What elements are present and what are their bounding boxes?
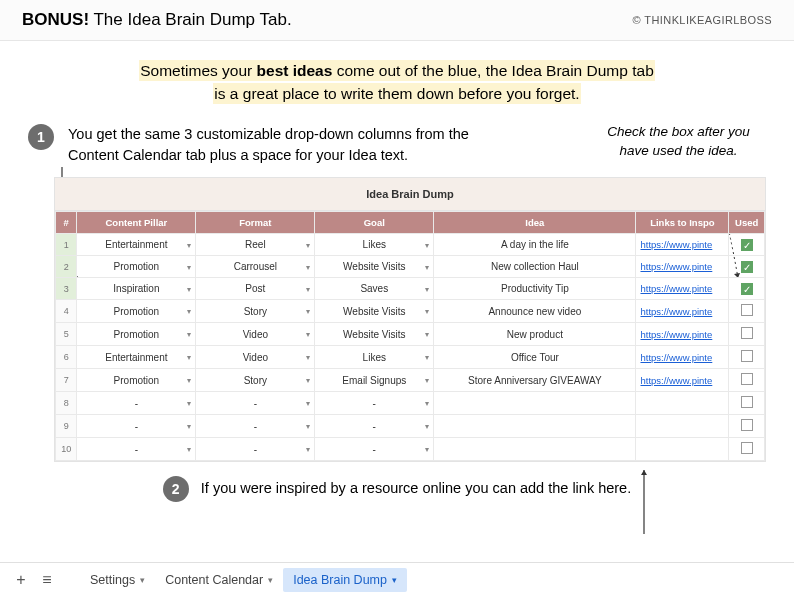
goal-cell[interactable]: Likes▾ <box>315 234 434 256</box>
idea-cell[interactable]: New collection Haul <box>434 256 636 278</box>
used-cell[interactable] <box>729 392 765 415</box>
col-pillar[interactable]: Content Pillar <box>77 212 196 234</box>
format-cell[interactable]: Story▾ <box>196 369 315 392</box>
goal-cell[interactable]: Likes▾ <box>315 346 434 369</box>
inspo-link[interactable]: https://www.pinte <box>640 352 724 363</box>
idea-cell[interactable] <box>434 392 636 415</box>
tab-idea-brain-dump[interactable]: Idea Brain Dump▾ <box>283 568 407 592</box>
chevron-down-icon[interactable]: ▾ <box>187 330 191 339</box>
pillar-cell[interactable]: Promotion▾ <box>77 369 196 392</box>
chevron-down-icon[interactable]: ▾ <box>425 376 429 385</box>
link-cell[interactable]: https://www.pinte <box>636 234 729 256</box>
used-checkbox[interactable] <box>741 442 753 454</box>
col-links[interactable]: Links to Inspo <box>636 212 729 234</box>
chevron-down-icon[interactable]: ▾ <box>187 240 191 249</box>
goal-cell[interactable]: -▾ <box>315 392 434 415</box>
idea-cell[interactable] <box>434 415 636 438</box>
chevron-down-icon[interactable]: ▾ <box>425 240 429 249</box>
link-cell[interactable]: https://www.pinte <box>636 278 729 300</box>
chevron-down-icon[interactable]: ▾ <box>306 376 310 385</box>
idea-cell[interactable]: Store Anniversary GIVEAWAY <box>434 369 636 392</box>
chevron-down-icon[interactable]: ▾ <box>425 262 429 271</box>
inspo-link[interactable]: https://www.pinte <box>640 375 724 386</box>
used-cell[interactable]: ✓ <box>729 234 765 256</box>
col-goal[interactable]: Goal <box>315 212 434 234</box>
link-cell[interactable] <box>636 438 729 461</box>
pillar-cell[interactable]: Promotion▾ <box>77 300 196 323</box>
chevron-down-icon[interactable]: ▾ <box>187 422 191 431</box>
chevron-down-icon[interactable]: ▾ <box>425 330 429 339</box>
format-cell[interactable]: -▾ <box>196 392 315 415</box>
pillar-cell[interactable]: -▾ <box>77 438 196 461</box>
inspo-link[interactable]: https://www.pinte <box>640 239 724 250</box>
tab-settings[interactable]: Settings▾ <box>80 568 155 592</box>
link-cell[interactable]: https://www.pinte <box>636 300 729 323</box>
chevron-down-icon[interactable]: ▾ <box>187 307 191 316</box>
link-cell[interactable] <box>636 392 729 415</box>
inspo-link[interactable]: https://www.pinte <box>640 329 724 340</box>
chevron-down-icon[interactable]: ▾ <box>306 399 310 408</box>
idea-cell[interactable]: Office Tour <box>434 346 636 369</box>
used-checkbox[interactable] <box>741 304 753 316</box>
used-checkbox[interactable] <box>741 327 753 339</box>
pillar-cell[interactable]: -▾ <box>77 392 196 415</box>
chevron-down-icon[interactable]: ▾ <box>425 422 429 431</box>
used-checkbox[interactable] <box>741 373 753 385</box>
goal-cell[interactable]: Email Signups▾ <box>315 369 434 392</box>
add-sheet-icon[interactable]: + <box>10 571 32 589</box>
link-cell[interactable] <box>636 415 729 438</box>
format-cell[interactable]: Carrousel▾ <box>196 256 315 278</box>
chevron-down-icon[interactable]: ▾ <box>187 399 191 408</box>
pillar-cell[interactable]: Inspiration▾ <box>77 278 196 300</box>
pillar-cell[interactable]: Promotion▾ <box>77 256 196 278</box>
used-checkbox[interactable]: ✓ <box>741 239 753 251</box>
chevron-down-icon[interactable]: ▾ <box>425 353 429 362</box>
chevron-down-icon[interactable]: ▾ <box>306 422 310 431</box>
format-cell[interactable]: Post▾ <box>196 278 315 300</box>
pillar-cell[interactable]: Entertainment▾ <box>77 234 196 256</box>
chevron-down-icon[interactable]: ▾ <box>306 307 310 316</box>
all-sheets-icon[interactable]: ≡ <box>36 571 58 589</box>
link-cell[interactable]: https://www.pinte <box>636 323 729 346</box>
chevron-down-icon[interactable]: ▾ <box>306 445 310 454</box>
chevron-down-icon[interactable]: ▾ <box>425 445 429 454</box>
chevron-down-icon[interactable]: ▾ <box>306 284 310 293</box>
used-checkbox[interactable] <box>741 419 753 431</box>
link-cell[interactable]: https://www.pinte <box>636 346 729 369</box>
chevron-down-icon[interactable]: ▾ <box>187 376 191 385</box>
used-cell[interactable] <box>729 369 765 392</box>
chevron-down-icon[interactable]: ▾ <box>306 262 310 271</box>
used-cell[interactable] <box>729 346 765 369</box>
goal-cell[interactable]: -▾ <box>315 438 434 461</box>
col-format[interactable]: Format <box>196 212 315 234</box>
used-cell[interactable]: ✓ <box>729 256 765 278</box>
idea-cell[interactable]: New product <box>434 323 636 346</box>
used-cell[interactable]: ✓ <box>729 278 765 300</box>
used-checkbox[interactable] <box>741 350 753 362</box>
used-cell[interactable] <box>729 415 765 438</box>
chevron-down-icon[interactable]: ▾ <box>306 330 310 339</box>
inspo-link[interactable]: https://www.pinte <box>640 261 724 272</box>
chevron-down-icon[interactable]: ▾ <box>425 284 429 293</box>
used-cell[interactable] <box>729 323 765 346</box>
idea-cell[interactable] <box>434 438 636 461</box>
chevron-down-icon[interactable]: ▾ <box>187 445 191 454</box>
chevron-down-icon[interactable]: ▾ <box>306 353 310 362</box>
used-cell[interactable] <box>729 300 765 323</box>
chevron-down-icon[interactable]: ▾ <box>187 353 191 362</box>
chevron-down-icon[interactable]: ▾ <box>306 240 310 249</box>
chevron-down-icon[interactable]: ▾ <box>425 307 429 316</box>
goal-cell[interactable]: Website Visits▾ <box>315 256 434 278</box>
inspo-link[interactable]: https://www.pinte <box>640 306 724 317</box>
format-cell[interactable]: -▾ <box>196 438 315 461</box>
chevron-down-icon[interactable]: ▾ <box>425 399 429 408</box>
pillar-cell[interactable]: Entertainment▾ <box>77 346 196 369</box>
used-checkbox[interactable]: ✓ <box>741 261 753 273</box>
inspo-link[interactable]: https://www.pinte <box>640 283 724 294</box>
goal-cell[interactable]: Website Visits▾ <box>315 300 434 323</box>
used-cell[interactable] <box>729 438 765 461</box>
format-cell[interactable]: Video▾ <box>196 346 315 369</box>
used-checkbox[interactable]: ✓ <box>741 283 753 295</box>
format-cell[interactable]: Story▾ <box>196 300 315 323</box>
format-cell[interactable]: -▾ <box>196 415 315 438</box>
